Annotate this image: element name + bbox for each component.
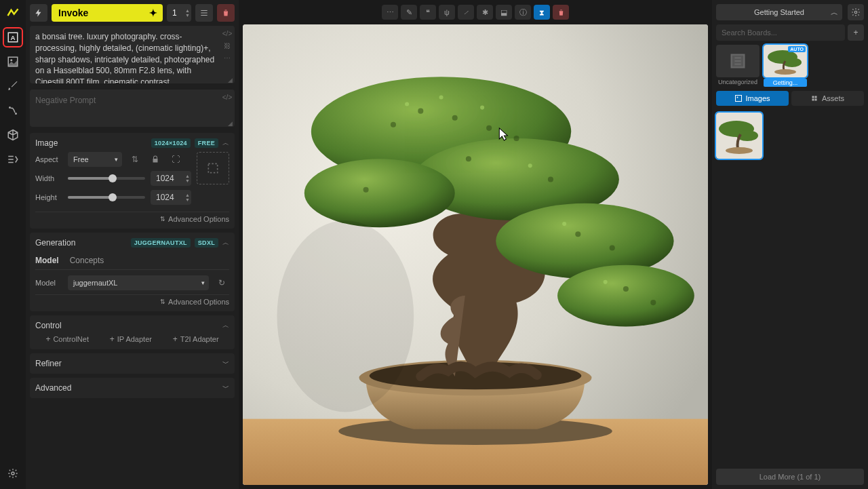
image-title: Image: [35, 138, 58, 148]
svg-rect-47: [814, 99, 816, 101]
board-header[interactable]: Getting Started ︿: [716, 4, 842, 20]
tab-concepts[interactable]: Concepts: [70, 252, 104, 269]
svg-point-21: [486, 125, 492, 131]
negative-prompt-input[interactable]: [30, 90, 235, 127]
svg-rect-42: [736, 96, 742, 102]
board-getting-started[interactable]: AUTO Getting...: [764, 45, 807, 87]
iterations-input[interactable]: 1 ▲▼: [167, 4, 191, 22]
wand-icon[interactable]: ✎: [401, 5, 417, 20]
search-boards-input[interactable]: [716, 24, 845, 41]
load-more-button[interactable]: Load More (1 of 1): [716, 469, 864, 485]
ruler-icon[interactable]: ⟋: [458, 5, 474, 20]
link-icon[interactable]: ⛓: [222, 41, 232, 50]
extra-icon[interactable]: ⋯: [222, 53, 232, 62]
model-select[interactable]: juggernautXL ▾: [68, 275, 209, 290]
nodes-icon[interactable]: [4, 102, 22, 119]
svg-point-18: [391, 122, 396, 128]
free-badge: FREE: [195, 138, 218, 148]
code-toggle-icon[interactable]: </>: [222, 92, 232, 102]
svg-point-20: [452, 115, 458, 121]
gallery-settings-icon[interactable]: [848, 4, 864, 20]
refiner-title: Refiner: [35, 359, 62, 368]
svg-point-22: [513, 136, 519, 141]
delete-image-button[interactable]: [553, 5, 569, 20]
progress-toggle-icon[interactable]: ⧗: [534, 5, 550, 20]
model-badge: JUGGERNAUTXL: [131, 238, 191, 248]
width-input[interactable]: 1024 ▲▼: [151, 171, 191, 186]
clear-queue-button[interactable]: [217, 4, 235, 22]
app-logo-icon[interactable]: [4, 4, 22, 22]
svg-point-51: [726, 147, 753, 154]
refresh-model-icon[interactable]: ↻: [214, 275, 229, 290]
svg-point-27: [623, 286, 629, 292]
tab-assets[interactable]: Assets: [791, 91, 864, 106]
height-input[interactable]: 1024 ▲▼: [151, 190, 191, 205]
width-slider[interactable]: [68, 177, 145, 180]
add-controlnet-button[interactable]: +ControlNet: [45, 334, 89, 344]
svg-point-36: [277, 220, 414, 412]
image-advanced-options[interactable]: ⇅ Advanced Options: [35, 212, 229, 223]
frame-icon[interactable]: ⛶: [168, 152, 183, 167]
brush-icon[interactable]: [4, 77, 22, 95]
height-label: Height: [35, 193, 62, 201]
control-section-header[interactable]: Control ︿: [35, 321, 229, 330]
advanced-section-header[interactable]: Advanced ﹀: [35, 383, 229, 393]
svg-point-33: [528, 163, 532, 168]
tab-images[interactable]: Images: [716, 91, 789, 106]
sparkle-icon: ✦: [149, 7, 157, 18]
svg-rect-45: [814, 96, 816, 98]
generation-section-header[interactable]: Generation JUGGERNAUTXL SDXL ︿: [35, 238, 229, 248]
chevron-up-icon: ︿: [222, 138, 229, 148]
text-tool-icon[interactable]: A: [4, 28, 22, 46]
code-toggle-icon[interactable]: </>: [222, 28, 232, 38]
svg-point-6: [12, 472, 14, 475]
quote-icon[interactable]: ❝: [420, 5, 436, 20]
svg-point-35: [604, 280, 608, 284]
chevron-down-icon: ﹀: [222, 383, 229, 393]
image-icon[interactable]: [4, 53, 22, 71]
board-uncategorized[interactable]: Uncategorized: [716, 45, 760, 87]
svg-point-4: [9, 106, 11, 109]
bolt-icon[interactable]: [30, 4, 47, 22]
generation-advanced-options[interactable]: ⇅ Advanced Options: [35, 294, 229, 306]
chevron-up-icon: ︿: [222, 238, 229, 248]
board-label: Getting...: [764, 79, 807, 87]
download-icon[interactable]: ⬓: [496, 5, 512, 20]
info-icon[interactable]: ⓘ: [515, 5, 531, 20]
resize-handle-icon[interactable]: ◢: [228, 120, 233, 127]
chevron-up-icon: ︿: [831, 7, 838, 18]
invoke-button[interactable]: Invoke ✦: [52, 4, 163, 22]
svg-point-34: [562, 222, 566, 226]
count-value: 1: [172, 8, 177, 18]
svg-point-25: [575, 231, 580, 237]
image-viewer[interactable]: [243, 24, 708, 485]
queue-list-icon[interactable]: [195, 4, 213, 22]
settings-gear-icon[interactable]: [4, 465, 22, 482]
svg-point-41: [774, 69, 796, 75]
refiner-section-header[interactable]: Refiner ﹀: [35, 359, 229, 368]
control-title: Control: [35, 321, 62, 330]
queue-icon[interactable]: [4, 151, 22, 168]
height-slider[interactable]: [68, 196, 145, 199]
resize-handle-icon[interactable]: ◢: [228, 77, 233, 83]
add-t2i-adapter-button[interactable]: +T2I Adapter: [173, 334, 219, 344]
add-board-button[interactable]: +: [848, 24, 864, 41]
add-ip-adapter-button[interactable]: +IP Adapter: [110, 334, 152, 344]
aspect-select[interactable]: Free ▾: [68, 152, 122, 167]
svg-point-37: [854, 11, 857, 14]
auto-badge: AUTO: [788, 46, 806, 52]
svg-point-24: [548, 176, 553, 182]
svg-point-16: [557, 265, 694, 327]
chevron-down-icon: ﹀: [222, 359, 229, 368]
swap-icon[interactable]: ⇅: [127, 152, 142, 167]
image-section-header[interactable]: Image 1024×1024 FREE ︿: [35, 138, 229, 148]
seed-icon[interactable]: ψ: [439, 5, 455, 20]
star-icon[interactable]: ✱: [477, 5, 493, 20]
svg-point-43: [737, 97, 738, 98]
more-icon[interactable]: ⋯: [382, 5, 398, 20]
positive-prompt-input[interactable]: [30, 26, 235, 83]
cube-icon[interactable]: [4, 126, 22, 144]
tab-model[interactable]: Model: [35, 252, 59, 269]
gallery-thumbnail[interactable]: [716, 113, 762, 159]
lock-icon[interactable]: [148, 152, 163, 167]
